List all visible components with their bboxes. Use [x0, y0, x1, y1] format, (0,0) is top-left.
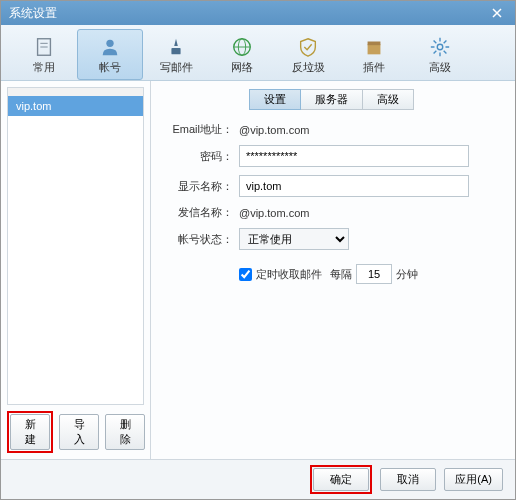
sendername-label: 发信名称：	[161, 205, 239, 220]
account-item[interactable]	[8, 88, 143, 96]
account-item[interactable]: vip.tom	[8, 96, 143, 116]
ok-button[interactable]: 确定	[313, 468, 369, 491]
apply-button[interactable]: 应用(A)	[444, 468, 503, 491]
subtab-server[interactable]: 服务器	[301, 89, 363, 110]
status-label: 帐号状态：	[161, 232, 239, 247]
shield-check-icon	[297, 36, 319, 58]
password-input[interactable]	[239, 145, 469, 167]
new-button[interactable]: 新建	[10, 414, 50, 450]
email-label: Email地址：	[161, 122, 239, 137]
svg-point-10	[437, 44, 443, 50]
globe-icon	[231, 36, 253, 58]
displayname-input[interactable]	[239, 175, 469, 197]
close-button[interactable]	[487, 4, 507, 22]
svg-rect-9	[368, 42, 381, 46]
row-interval: 定时收取邮件 每隔 分钟	[239, 264, 501, 284]
subtab-advanced[interactable]: 高级	[363, 89, 414, 110]
password-label: 密码：	[161, 149, 239, 164]
subtab-settings[interactable]: 设置	[249, 89, 301, 110]
svg-point-3	[106, 40, 113, 47]
interval-text2: 每隔	[330, 267, 352, 282]
tab-label: 插件	[363, 60, 385, 75]
document-icon	[33, 36, 55, 58]
tab-plugin[interactable]: 插件	[341, 29, 407, 80]
tab-label: 反垃圾	[292, 60, 325, 75]
status-select[interactable]: 正常使用	[239, 228, 349, 250]
account-sidebar: vip.tom 新建 导入 删除	[1, 81, 151, 459]
highlight-ok: 确定	[310, 465, 372, 494]
gear-icon	[429, 36, 451, 58]
row-status: 帐号状态： 正常使用	[161, 228, 501, 250]
system-settings-dialog: 系统设置 常用 帐号 写邮件 网络 反垃圾 插件	[0, 0, 516, 500]
row-password: 密码：	[161, 145, 501, 167]
user-icon	[99, 36, 121, 58]
tab-account[interactable]: 帐号	[77, 29, 143, 80]
svg-rect-4	[171, 48, 180, 54]
window-title: 系统设置	[9, 5, 487, 22]
displayname-label: 显示名称：	[161, 179, 239, 194]
tab-advanced[interactable]: 高级	[407, 29, 473, 80]
body-area: vip.tom 新建 导入 删除 设置 服务器 高级 Email地址： @vip…	[1, 81, 515, 459]
interval-input[interactable]	[356, 264, 392, 284]
interval-text3: 分钟	[396, 267, 418, 282]
tab-spam[interactable]: 反垃圾	[275, 29, 341, 80]
tab-label: 帐号	[99, 60, 121, 75]
sub-tabs: 设置 服务器 高级	[161, 89, 501, 110]
row-email: Email地址： @vip.tom.com	[161, 122, 501, 137]
sidebar-buttons: 新建 导入 删除	[7, 411, 144, 453]
box-icon	[363, 36, 385, 58]
tab-label: 写邮件	[160, 60, 193, 75]
tab-label: 网络	[231, 60, 253, 75]
delete-button[interactable]: 删除	[105, 414, 145, 450]
content-panel: 设置 服务器 高级 Email地址： @vip.tom.com 密码： 显示名称…	[151, 81, 515, 459]
interval-checkbox[interactable]	[239, 268, 252, 281]
tab-network[interactable]: 网络	[209, 29, 275, 80]
category-toolbar: 常用 帐号 写邮件 网络 反垃圾 插件 高级	[1, 25, 515, 81]
sendername-value: @vip.tom.com	[239, 207, 309, 219]
tab-compose[interactable]: 写邮件	[143, 29, 209, 80]
dialog-footer: 确定 取消 应用(A)	[1, 459, 515, 499]
tab-common[interactable]: 常用	[11, 29, 77, 80]
titlebar: 系统设置	[1, 1, 515, 25]
row-sendername: 发信名称： @vip.tom.com	[161, 205, 501, 220]
tab-label: 常用	[33, 60, 55, 75]
highlight-new: 新建	[7, 411, 53, 453]
svg-rect-8	[368, 44, 381, 54]
tab-label: 高级	[429, 60, 451, 75]
cancel-button[interactable]: 取消	[380, 468, 436, 491]
import-button[interactable]: 导入	[59, 414, 99, 450]
email-value: @vip.tom.com	[239, 124, 309, 136]
account-list[interactable]: vip.tom	[7, 87, 144, 405]
inkwell-icon	[165, 36, 187, 58]
interval-text1: 定时收取邮件	[256, 267, 322, 282]
row-displayname: 显示名称：	[161, 175, 501, 197]
